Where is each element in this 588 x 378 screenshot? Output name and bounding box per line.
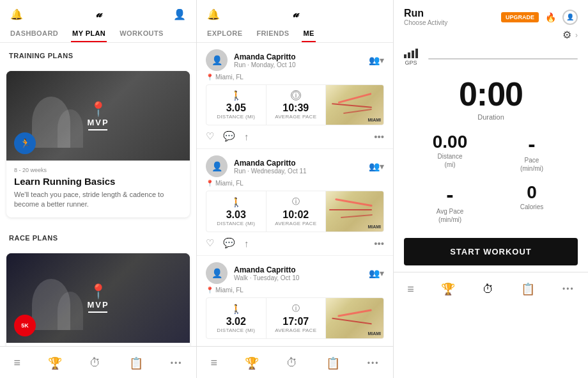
middle-nav-more[interactable]: ••• <box>368 359 380 368</box>
feed-user-text-1: Amanda Capritto Run · Monday, Oct 10 <box>234 52 296 68</box>
right-nav-trophy[interactable]: 🏆 <box>441 282 455 296</box>
card-image-running: 📍 MVP 🏃 <box>6 71 190 161</box>
mvp-text-5k: MVP <box>87 300 109 310</box>
stat-value-pace-3: 17:07 <box>282 316 309 327</box>
middle-nav-home[interactable]: ≡ <box>211 356 218 370</box>
left-nav-clock[interactable]: ⏱ <box>89 356 101 370</box>
stat-label-dist-2: DISTANCE (MI) <box>217 221 255 226</box>
tab-me[interactable]: ME <box>302 26 315 42</box>
location-pin-icon-2: 📍 <box>206 180 213 187</box>
middle-nav-clock[interactable]: ⏱ <box>286 356 298 370</box>
share-icon-2[interactable]: ↑ <box>244 238 249 249</box>
mvp-text: MVP <box>87 118 109 127</box>
follow-btn-3[interactable]: 👥▾ <box>369 268 384 278</box>
feed-stats-2: 🚶 3.03 DISTANCE (MI) ⓘ 10:02 AVERAGE PAC… <box>206 191 384 232</box>
feed-user-info-2: 👤 Amanda Capritto Run · Wednesday, Oct 1… <box>206 155 307 177</box>
middle-bottom-nav: ≡ 🏆 ⏱ 📋 ••• <box>197 346 393 378</box>
left-nav-clipboard[interactable]: 📋 <box>129 356 143 370</box>
tab-workouts[interactable]: WORKOUTS <box>118 26 165 42</box>
middle-nav-trophy[interactable]: 🏆 <box>245 356 259 370</box>
feed-user-row-3: 👤 Amanda Capritto Walk · Tuesday, Oct 10… <box>206 262 384 284</box>
avatar-2: 👤 <box>206 155 228 177</box>
right-nav-list[interactable]: ≡ <box>407 283 414 296</box>
right-nav-clipboard[interactable]: 📋 <box>521 282 535 296</box>
feed-activity-3: Walk · Tuesday, Oct 10 <box>234 274 299 281</box>
timer-section: 0:00 Duration <box>394 71 588 125</box>
feed-item-2: 👤 Amanda Capritto Run · Wednesday, Oct 1… <box>197 149 393 256</box>
mvp-underline-5k <box>88 311 107 313</box>
middle-nav-clipboard[interactable]: 📋 <box>326 356 340 370</box>
gear-icon[interactable]: ⚙ <box>562 29 571 41</box>
stat-value-dist-2: 3.03 <box>226 209 246 221</box>
middle-top-bar: 🔔 𝓊 <box>197 0 393 26</box>
5k-badge-text: 5K <box>21 322 29 329</box>
gps-block: GPS <box>404 49 418 66</box>
timer-display: 0:00 <box>459 77 523 111</box>
more-icon-2[interactable]: ••• <box>374 238 384 249</box>
stat-label-pace-1: AVERAGE PACE <box>275 114 316 120</box>
start-workout-button[interactable]: START WORKOUT <box>404 238 578 265</box>
feed-map-2: MIAMI <box>326 191 383 232</box>
comment-icon-2[interactable]: 💬 <box>223 237 235 249</box>
flame-icon: 🔥 <box>545 12 556 22</box>
5k-card[interactable]: 📍 MVP 5K 8 - 20 weeks Complete a 5k For … <box>6 253 190 346</box>
left-bottom-nav: ≡ 🏆 ⏱ 📋 ••• <box>0 346 196 378</box>
tab-dashboard[interactable]: DASHBOARD <box>9 26 59 42</box>
follow-btn-2[interactable]: 👥▾ <box>369 161 384 171</box>
feed-stat-dist-3: 🚶 3.02 DISTANCE (MI) <box>206 298 267 338</box>
avatar-1: 👤 <box>206 49 228 71</box>
like-icon-2[interactable]: ♡ <box>206 237 214 249</box>
metric-avg-pace-value: - <box>446 183 453 207</box>
mvp-underline <box>88 129 107 130</box>
follow-btn-1[interactable]: 👥▾ <box>369 55 384 65</box>
map-label-1: MIAMI <box>368 118 381 122</box>
tab-my-plan[interactable]: MY PLAN <box>71 26 107 42</box>
map-bg-2: MIAMI <box>326 191 383 232</box>
right-panel: Run Choose Activity UPGRADE 🔥 👤 ⚙ › GPS … <box>394 0 588 378</box>
right-activity-info: Run Choose Activity <box>404 8 447 26</box>
like-icon-1[interactable]: ♡ <box>206 130 214 142</box>
left-nav-more[interactable]: ••• <box>171 359 183 368</box>
location-pin-icon-1: 📍 <box>206 74 213 81</box>
gear-row: ⚙ › <box>394 29 588 43</box>
running-badge: 🏃 <box>14 132 36 154</box>
mvp-logo-5k: 📍 MVP <box>87 283 109 313</box>
right-nav-timer[interactable]: ⏱ <box>483 283 494 296</box>
map-label-3: MIAMI <box>368 331 381 336</box>
feed-map-3: MIAMI <box>326 298 383 338</box>
left-nav-home[interactable]: ≡ <box>14 356 21 370</box>
feed-user-text-3: Amanda Capritto Walk · Tuesday, Oct 10 <box>234 265 299 281</box>
left-nav-trophy[interactable]: 🏆 <box>48 356 62 370</box>
profile-icon[interactable]: 👤 <box>173 8 186 20</box>
chevron-right-icon[interactable]: › <box>575 31 578 40</box>
5k-badge: 5K <box>14 315 36 336</box>
ua-logo: 𝓊 <box>96 8 101 20</box>
gps-signal-bars <box>404 49 418 58</box>
learn-running-card[interactable]: 📍 MVP 🏃 8 - 20 weeks Learn Running Basic… <box>6 71 190 217</box>
right-nav-more[interactable]: ••• <box>562 285 575 294</box>
comment-icon-1[interactable]: 💬 <box>223 130 235 142</box>
middle-bell-icon[interactable]: 🔔 <box>207 8 220 20</box>
race-plans-header: RACE PLANS <box>0 225 196 246</box>
stat-label-pace-3: AVERAGE PACE <box>275 327 316 333</box>
left-panel: 🔔 𝓊 👤 DASHBOARD MY PLAN WORKOUTS TRAININ… <box>0 0 197 378</box>
card-image-5k: 📍 MVP 5K <box>6 253 190 343</box>
tab-friends[interactable]: FRIENDS <box>255 26 290 42</box>
more-icon-1[interactable]: ••• <box>374 131 384 142</box>
feed-activity-2: Run · Wednesday, Oct 11 <box>234 168 307 175</box>
tab-explore[interactable]: EXPLORE <box>206 26 244 42</box>
metric-avg-pace: - Avg Pace(min/mi) <box>409 183 491 223</box>
share-icon-1[interactable]: ↑ <box>244 131 249 142</box>
upgrade-button[interactable]: UPGRADE <box>501 12 539 22</box>
feed-actions-2: ♡ 💬 ↑ ••• <box>206 237 384 249</box>
right-bottom-nav: ≡ 🏆 ⏱ 📋 ••• <box>394 272 588 304</box>
bell-icon[interactable]: 🔔 <box>10 8 23 20</box>
feed-location-1: 📍 Miami, FL <box>206 74 384 81</box>
avatar-right[interactable]: 👤 <box>562 10 578 25</box>
avatar-3: 👤 <box>206 262 228 284</box>
gps-bar-4 <box>415 49 418 58</box>
map-bg-1: MIAMI <box>326 85 383 125</box>
gps-bar-2 <box>408 52 410 58</box>
metric-calories: 0 Calories <box>491 183 573 223</box>
stat-label-pace-2: AVERAGE PACE <box>275 221 316 226</box>
